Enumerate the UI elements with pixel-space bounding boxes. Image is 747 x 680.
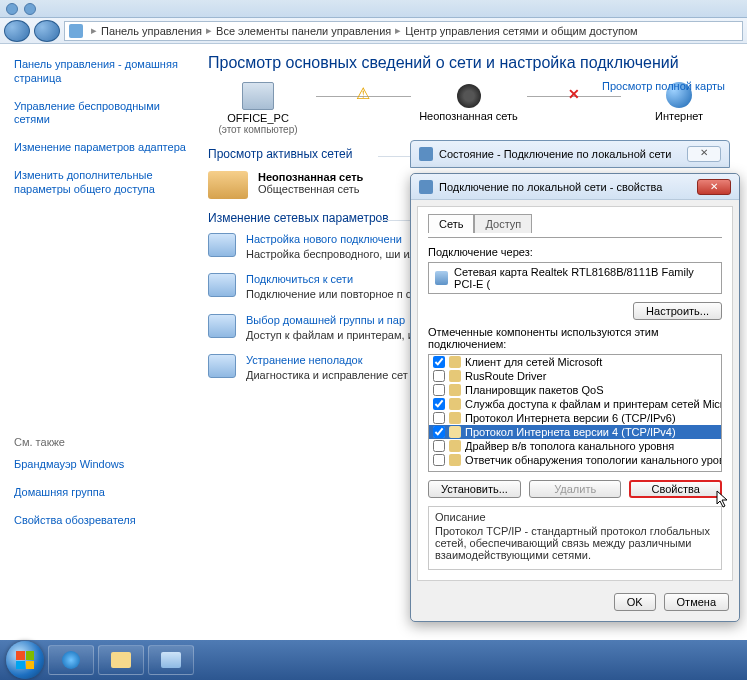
- node-label: OFFICE_PC: [208, 112, 308, 124]
- start-button[interactable]: [6, 641, 44, 679]
- node-sublabel: (этот компьютер): [208, 124, 308, 135]
- dialog-titlebar[interactable]: Подключение по локальной сети - свойства…: [411, 174, 739, 200]
- sidebar-link-adapter[interactable]: Изменение параметров адаптера: [14, 141, 186, 155]
- seealso-browser-props[interactable]: Свойства обозревателя: [14, 514, 186, 528]
- component-item[interactable]: Служба доступа к файлам и принтерам сете…: [429, 397, 721, 411]
- computer-icon: [242, 82, 274, 110]
- connection-fail-icon: [527, 82, 622, 110]
- component-item[interactable]: Драйвер в/в тополога канального уровня: [429, 439, 721, 453]
- task-icon: [208, 233, 236, 257]
- node-label: Неопознанная сеть: [419, 110, 519, 122]
- task-link-troubleshoot[interactable]: Устранение неполадок: [246, 354, 408, 366]
- ok-button[interactable]: OK: [614, 593, 656, 611]
- sys-btn[interactable]: [6, 3, 18, 15]
- component-checkbox[interactable]: [433, 356, 445, 368]
- task-desc: Диагностика и исправление сет: [246, 368, 408, 382]
- window-title-bar: [0, 0, 747, 18]
- dialog-title: Подключение по локальной сети - свойства: [439, 181, 662, 193]
- description-box: Описание Протокол TCP/IP - стандартный п…: [428, 506, 722, 570]
- seealso-header: См. также: [14, 436, 186, 448]
- component-item[interactable]: Протокол Интернета версии 4 (TCP/IPv4): [429, 425, 721, 439]
- component-label: Драйвер в/в тополога канального уровня: [465, 440, 674, 452]
- dialog-status-titlebar[interactable]: Состояние - Подключение по локальной сет…: [410, 140, 730, 168]
- breadcrumb[interactable]: ▸ Панель управления ▸ Все элементы панел…: [64, 21, 743, 41]
- sidebar-link-home[interactable]: Панель управления - домашняя страница: [14, 58, 186, 86]
- component-icon: [449, 384, 461, 396]
- nav-forward-button[interactable]: [34, 20, 60, 42]
- component-checkbox[interactable]: [433, 384, 445, 396]
- component-item[interactable]: Протокол Интернета версии 6 (TCP/IPv6): [429, 411, 721, 425]
- dialog-connection-properties: Подключение по локальной сети - свойства…: [410, 173, 740, 622]
- component-list[interactable]: Клиент для сетей MicrosoftRusRoute Drive…: [428, 354, 722, 472]
- component-item[interactable]: Клиент для сетей Microsoft: [429, 355, 721, 369]
- nav-back-button[interactable]: [4, 20, 30, 42]
- component-label: RusRoute Driver: [465, 370, 546, 382]
- network-icon: [457, 84, 481, 108]
- configure-button[interactable]: Настроить...: [633, 302, 722, 320]
- seealso-firewall[interactable]: Брандмауэр Windows: [14, 458, 186, 472]
- taskbar-ie-button[interactable]: [48, 645, 94, 675]
- address-bar: ▸ Панель управления ▸ Все элементы панел…: [0, 18, 747, 44]
- component-icon: [449, 426, 461, 438]
- adapter-icon: [435, 271, 448, 285]
- windows-logo-icon: [16, 651, 34, 669]
- taskbar[interactable]: [0, 640, 747, 680]
- network-name: Неопознанная сеть: [258, 171, 363, 183]
- page-title: Просмотр основных сведений о сети и наст…: [208, 54, 729, 72]
- breadcrumb-item[interactable]: Панель управления: [101, 25, 202, 37]
- node-label: Интернет: [629, 110, 729, 122]
- task-icon: [208, 354, 236, 378]
- adapter-box: Сетевая карта Realtek RTL8168B/8111B Fam…: [428, 262, 722, 294]
- task-icon: [208, 314, 236, 338]
- node-unknown-net: Неопознанная сеть: [419, 82, 519, 122]
- network-type: Общественная сеть: [258, 183, 363, 195]
- cancel-button[interactable]: Отмена: [664, 593, 729, 611]
- sidebar-link-sharing[interactable]: Изменить дополнительные параметры общего…: [14, 169, 186, 197]
- component-checkbox[interactable]: [433, 426, 445, 438]
- component-icon: [449, 454, 461, 466]
- component-item[interactable]: RusRoute Driver: [429, 369, 721, 383]
- task-icon: [208, 273, 236, 297]
- description-text: Протокол TCP/IP - стандартный протокол г…: [435, 525, 715, 561]
- component-label: Клиент для сетей Microsoft: [465, 356, 602, 368]
- bench-icon: [208, 171, 248, 199]
- control-panel-icon: [69, 24, 83, 38]
- tab-network[interactable]: Сеть: [428, 214, 474, 233]
- component-icon: [449, 440, 461, 452]
- component-item[interactable]: Планировщик пакетов QoS: [429, 383, 721, 397]
- label-connect-via: Подключение через:: [428, 246, 722, 258]
- component-checkbox[interactable]: [433, 370, 445, 382]
- sidebar-link-wireless[interactable]: Управление беспроводными сетями: [14, 100, 186, 128]
- taskbar-controlpanel-button[interactable]: [148, 645, 194, 675]
- component-icon: [449, 398, 461, 410]
- sys-btn[interactable]: [24, 3, 36, 15]
- taskbar-explorer-button[interactable]: [98, 645, 144, 675]
- folder-icon: [111, 652, 131, 668]
- adapter-name: Сетевая карта Realtek RTL8168B/8111B Fam…: [454, 266, 715, 290]
- sidebar: Панель управления - домашняя страница Уп…: [0, 44, 190, 640]
- control-panel-icon: [161, 652, 181, 668]
- component-icon: [449, 370, 461, 382]
- connection-warning-icon: [316, 82, 411, 110]
- breadcrumb-item[interactable]: Центр управления сетями и общим доступом: [405, 25, 637, 37]
- breadcrumb-item[interactable]: Все элементы панели управления: [216, 25, 391, 37]
- install-button[interactable]: Установить...: [428, 480, 521, 498]
- close-button[interactable]: ✕: [697, 179, 731, 195]
- component-checkbox[interactable]: [433, 440, 445, 452]
- component-label: Ответчик обнаружения топологии канальног…: [465, 454, 722, 466]
- component-checkbox[interactable]: [433, 412, 445, 424]
- dialog-title: Состояние - Подключение по локальной сет…: [439, 148, 671, 160]
- network-icon: [419, 147, 433, 161]
- component-label: Протокол Интернета версии 4 (TCP/IPv4): [465, 426, 676, 438]
- remove-button: Удалить: [529, 480, 622, 498]
- component-label: Протокол Интернета версии 6 (TCP/IPv6): [465, 412, 676, 424]
- tab-access[interactable]: Доступ: [474, 214, 532, 233]
- component-item[interactable]: Ответчик обнаружения топологии канальног…: [429, 453, 721, 467]
- component-icon: [449, 356, 461, 368]
- properties-button[interactable]: Свойства: [629, 480, 722, 498]
- component-checkbox[interactable]: [433, 454, 445, 466]
- component-checkbox[interactable]: [433, 398, 445, 410]
- seealso-homegroup[interactable]: Домашняя группа: [14, 486, 186, 500]
- close-button[interactable]: ✕: [687, 146, 721, 162]
- description-header: Описание: [435, 511, 715, 523]
